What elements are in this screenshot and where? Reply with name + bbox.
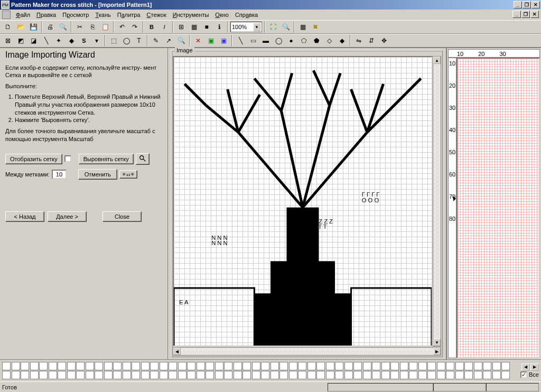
zoom-combo[interactable]: 100% ▼: [230, 22, 262, 32]
palette-cell[interactable]: [289, 371, 297, 379]
palette-cell[interactable]: [289, 362, 297, 370]
grid-tool-button[interactable]: ✳₁₂✳: [119, 170, 137, 179]
palette-cell[interactable]: [178, 362, 186, 370]
bold-icon[interactable]: B: [146, 21, 157, 33]
palette-cell[interactable]: [95, 362, 103, 370]
palette-cell[interactable]: [169, 362, 177, 370]
close-button[interactable]: ✕: [531, 1, 540, 8]
scroll-left-icon[interactable]: ◀: [173, 348, 181, 355]
palette-cell[interactable]: [132, 362, 140, 370]
palette-cell[interactable]: [372, 362, 380, 370]
filled-diamond-icon[interactable]: ◆: [336, 35, 348, 46]
palette-cell[interactable]: [39, 371, 48, 379]
dropdown-icon[interactable]: ▼: [253, 23, 260, 31]
menu-window[interactable]: Окно: [212, 11, 232, 19]
palette-cell[interactable]: [206, 362, 214, 370]
menu-edit[interactable]: Правка: [33, 11, 59, 19]
palette-cell[interactable]: [67, 371, 76, 379]
menu-help[interactable]: Справка: [232, 11, 261, 19]
palette-cell[interactable]: [483, 362, 491, 370]
palette-cell[interactable]: [279, 362, 288, 370]
palette-cell[interactable]: [326, 362, 334, 370]
palette-cell[interactable]: [49, 371, 57, 379]
palette-cell[interactable]: [49, 362, 57, 370]
flood-fill-icon[interactable]: ✕: [192, 35, 204, 46]
palette-cell[interactable]: [21, 371, 29, 379]
menu-view[interactable]: Просмотр: [59, 11, 92, 19]
filled-rect-icon[interactable]: ▬: [260, 35, 272, 46]
erase-icon[interactable]: ✎: [150, 35, 162, 46]
palette-cell[interactable]: [344, 371, 353, 379]
palette-left-icon[interactable]: ◀: [521, 363, 530, 371]
polygon-tool-icon[interactable]: ⬠: [298, 35, 310, 46]
palette-cell[interactable]: [215, 371, 223, 379]
color-picker-icon[interactable]: ↗: [163, 35, 174, 46]
palette-cell[interactable]: [67, 362, 76, 370]
palette-cell[interactable]: [492, 371, 501, 379]
menu-tools[interactable]: Инструменты: [170, 11, 212, 19]
view-solid-icon[interactable]: ■: [201, 21, 212, 33]
palette-cell[interactable]: [400, 371, 408, 379]
maximize-button[interactable]: ❐: [523, 1, 531, 8]
close-wizard-button[interactable]: Close: [102, 211, 142, 222]
fit-window-icon[interactable]: ⛶: [267, 21, 279, 33]
palette-cell[interactable]: [104, 371, 113, 379]
palette-cell[interactable]: [206, 371, 214, 379]
grid-icon[interactable]: ▦: [297, 21, 309, 33]
palette-cell[interactable]: [197, 371, 205, 379]
full-stitch-icon[interactable]: ⊠: [2, 35, 14, 46]
palette-cell[interactable]: [123, 371, 131, 379]
palette-cell[interactable]: [58, 371, 66, 379]
palette-cell[interactable]: [178, 371, 186, 379]
palette-cell[interactable]: [12, 362, 20, 370]
palette-cell[interactable]: [335, 371, 343, 379]
palette-grid[interactable]: [2, 362, 510, 379]
palette-cell[interactable]: [464, 362, 473, 370]
palette-cell[interactable]: [224, 362, 232, 370]
palette-cell[interactable]: [30, 371, 39, 379]
palette-cell[interactable]: [21, 362, 29, 370]
palette-cell[interactable]: [437, 371, 445, 379]
diamond-tool-icon[interactable]: ◇: [323, 35, 335, 46]
palette-cell[interactable]: [390, 362, 399, 370]
view-symbols-icon[interactable]: ▦: [188, 21, 200, 33]
palette-cell[interactable]: [474, 371, 482, 379]
view-stitches-icon[interactable]: ⊞: [175, 21, 187, 33]
scroll-down-icon[interactable]: ▼: [433, 339, 441, 346]
palette-cell[interactable]: [372, 371, 380, 379]
palette-cell[interactable]: [307, 362, 316, 370]
palette-cell[interactable]: [150, 371, 158, 379]
palette-cell[interactable]: [104, 362, 113, 370]
palette-cell[interactable]: [418, 362, 427, 370]
palette-cell[interactable]: [418, 371, 427, 379]
back-button[interactable]: < Назад: [5, 211, 44, 222]
center-icon[interactable]: ✥: [378, 35, 390, 46]
mirror-h-icon[interactable]: ⇋: [353, 35, 365, 46]
palette-cell[interactable]: [464, 371, 473, 379]
minimize-button[interactable]: _: [514, 1, 522, 8]
copy-icon[interactable]: ⎘: [87, 21, 98, 33]
palette-cell[interactable]: [123, 362, 131, 370]
menu-palette[interactable]: Палитра: [114, 11, 144, 19]
palette-cell[interactable]: [150, 362, 158, 370]
palette-cell[interactable]: [160, 371, 168, 379]
palette-cell[interactable]: [381, 371, 390, 379]
redo-icon[interactable]: ↷: [129, 21, 141, 33]
palette-cell[interactable]: [2, 362, 11, 370]
palette-cell[interactable]: [363, 362, 371, 370]
menu-stitch[interactable]: Стежок: [144, 11, 170, 19]
palette-cell[interactable]: [455, 371, 464, 379]
half-stitch-icon[interactable]: ◩: [15, 35, 26, 46]
pointer-green-icon[interactable]: ▣: [205, 35, 217, 46]
palette-cell[interactable]: [30, 362, 39, 370]
scroll-right-icon[interactable]: ▶: [433, 348, 441, 355]
palette-cell[interactable]: [270, 362, 279, 370]
palette-cell[interactable]: [455, 362, 464, 370]
palette-cell[interactable]: [76, 371, 85, 379]
palette-cell[interactable]: [483, 371, 491, 379]
align-grid-button[interactable]: Выровнять сетку: [79, 154, 134, 164]
palette-cell[interactable]: [409, 371, 417, 379]
palette-cell[interactable]: [234, 371, 242, 379]
text-tool-alt-icon[interactable]: ▾: [91, 35, 102, 46]
palette-cell[interactable]: [261, 362, 269, 370]
